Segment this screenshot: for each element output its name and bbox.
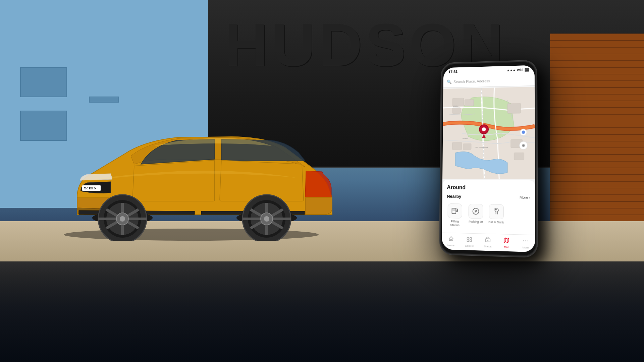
bottom-panel: Around Nearby More › (442, 180, 535, 235)
svg-point-14 (120, 216, 125, 222)
svg-rect-27 (465, 99, 474, 106)
more-icon (522, 238, 529, 245)
svg-text:Waldstr.: Waldstr. (453, 105, 459, 107)
nearby-item-filling-station[interactable]: Filling Station (446, 203, 463, 227)
control-label: Control (465, 244, 474, 248)
svg-rect-49 (470, 238, 472, 239)
bottom-nav: Home Control Status (442, 233, 535, 252)
more-label: More (522, 246, 529, 249)
search-icon: 🔍 (446, 79, 452, 84)
filling-station-icon (451, 207, 459, 215)
nav-more[interactable]: More (516, 237, 535, 249)
nearby-icons-row: Filling Station P Parking lot (446, 202, 530, 230)
red-building (550, 34, 644, 235)
parking-icon-box: P (469, 204, 483, 219)
svg-rect-26 (452, 108, 461, 114)
around-title: Around (447, 184, 530, 191)
parking-label: Parking lot (469, 220, 483, 224)
dark-overlay (0, 261, 644, 362)
nearby-item-eat-drink[interactable]: Eat & Drink (488, 204, 504, 228)
phone-mockup: 17:31 ▲▲▲ WiFi ▓▓ 🔍 Search Place, Addres… (439, 60, 538, 257)
home-icon (448, 236, 454, 243)
signal-icon: ▲▲▲ (507, 68, 516, 72)
svg-point-56 (523, 240, 524, 241)
eat-drink-label: Eat & Drink (488, 220, 504, 224)
map-label: Map (504, 245, 509, 249)
status-icons: ▲▲▲ WiFi ▓▓ (507, 68, 529, 72)
svg-point-57 (525, 240, 526, 241)
more-link[interactable]: More › (520, 195, 530, 199)
car-container: XCEED (50, 94, 342, 261)
status-label: Status (484, 245, 492, 248)
svg-rect-43 (452, 209, 455, 210)
map-icon (503, 237, 509, 245)
eat-drink-icon-box (489, 204, 503, 219)
map-svg: Waldstr. Rhönau 1. FC 1918 Rhöndiu ⊕ (442, 86, 535, 180)
nearby-row: Nearby More › (447, 194, 530, 200)
svg-text:⊕: ⊕ (522, 143, 525, 147)
svg-rect-51 (470, 240, 471, 242)
home-label: Home (447, 244, 454, 247)
nav-status[interactable]: Status (478, 237, 497, 248)
svg-rect-29 (463, 144, 471, 150)
svg-rect-32 (514, 153, 524, 160)
nearby-item-parking[interactable]: P Parking lot (468, 204, 483, 228)
parking-icon: P (472, 207, 480, 216)
more-text: More (520, 195, 528, 199)
control-icon (466, 236, 472, 244)
chevron-right-icon: › (529, 195, 530, 199)
svg-rect-25 (452, 98, 464, 106)
car-svg: XCEED (50, 94, 342, 241)
svg-point-39 (522, 131, 525, 134)
nav-control[interactable]: Control (460, 236, 478, 248)
phone-frame: 17:31 ▲▲▲ WiFi ▓▓ 🔍 Search Place, Addres… (439, 60, 538, 257)
svg-text:1. FC 1918 Rhöndiu: 1. FC 1918 Rhöndiu (475, 146, 488, 148)
nav-home[interactable]: Home (442, 236, 460, 247)
nearby-label: Nearby (447, 194, 461, 199)
svg-rect-50 (467, 240, 469, 241)
svg-text:P: P (475, 209, 477, 213)
search-placeholder: Search Place, Address (453, 78, 531, 84)
filling-station-label: Filling Station (446, 220, 463, 227)
svg-rect-48 (467, 237, 469, 239)
svg-point-58 (527, 240, 528, 241)
battery-icon: ▓▓ (525, 68, 529, 71)
filling-station-icon-box (448, 203, 463, 219)
svg-text:Rhönau: Rhönau (463, 137, 468, 139)
eat-drink-icon (492, 207, 500, 216)
svg-point-53 (487, 240, 488, 241)
svg-rect-30 (507, 103, 521, 113)
phone-screen: 17:31 ▲▲▲ WiFi ▓▓ 🔍 Search Place, Addres… (442, 65, 535, 252)
status-time: 17:31 (448, 70, 458, 74)
wall-window-1 (20, 67, 67, 97)
map-area[interactable]: Waldstr. Rhönau 1. FC 1918 Rhöndiu ⊕ (442, 86, 535, 180)
nav-map[interactable]: Map (497, 237, 516, 249)
svg-point-23 (264, 216, 269, 222)
wifi-icon: WiFi (517, 68, 523, 71)
svg-text:XCEED: XCEED (84, 187, 96, 190)
status-icon (485, 237, 491, 244)
svg-rect-28 (452, 142, 462, 149)
